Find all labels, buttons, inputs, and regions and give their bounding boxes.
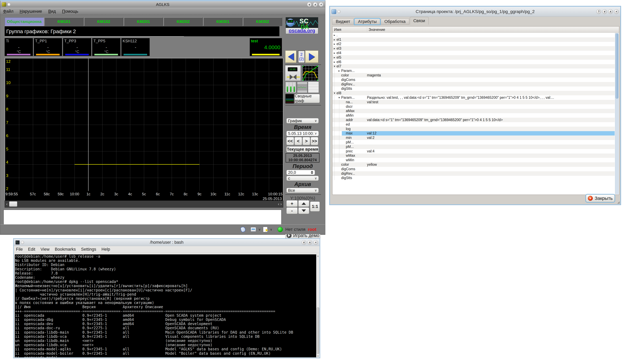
expander-icon[interactable]: ▸ [333, 42, 337, 46]
help-button[interactable]: ? [596, 9, 601, 14]
tree-row-na[interactable]: na...val:test [333, 100, 615, 104]
print-icon[interactable] [251, 227, 256, 232]
aglks-titlebar[interactable]: AGLKS ∨ ∧ × [0, 1, 325, 8]
param-card-T_PP5[interactable]: T_PP5-°C [92, 38, 120, 56]
tree-row-Param[interactable]: ▸Param... [333, 68, 615, 73]
tree-row-el7[interactable]: ▾el7 [333, 64, 615, 69]
terminal-menu-settings[interactable]: Settings [81, 247, 96, 252]
overview-trend-button[interactable] [297, 82, 307, 93]
terminal-menu-bookmarks[interactable]: Bookmarks [55, 247, 76, 252]
faceplate-view-button[interactable] [285, 82, 296, 93]
close-button[interactable]: × [319, 2, 323, 7]
summary-graph-thumbnail[interactable] [285, 94, 294, 104]
project-titlebar[interactable]: Страница проекта: /prj_AGLKS/pg_so/pg_1/… [330, 7, 620, 17]
tree-row-color[interactable]: colormagenta [333, 73, 615, 77]
tree-row-ed[interactable]: ed [333, 122, 615, 127]
tree-row-wMax[interactable]: wMax [333, 154, 615, 158]
tree-row-Param[interactable]: ▾Param...Раздельно: val:test, , , val:da… [333, 95, 615, 100]
alarm-quietance-icon[interactable] [240, 226, 246, 233]
param-card-T_PP1[interactable]: T_PP1-°C [34, 38, 62, 56]
maximize-button[interactable]: ∧ [308, 240, 312, 245]
tree-row-digStts[interactable]: digStts [333, 176, 615, 180]
tab-Общестанционна[interactable]: Общестанционна [5, 17, 44, 26]
menu-item-3[interactable]: Вид [48, 9, 56, 14]
export-icon[interactable] [263, 227, 267, 232]
tree-row-[interactable]: ▸. [333, 33, 615, 37]
scroll-left-icon[interactable]: ‹ [5, 202, 9, 206]
minimize-button[interactable]: ∨ [602, 9, 607, 14]
tree-row-digRev[interactable]: digRev... [333, 171, 615, 176]
time-nav-back[interactable]: < [294, 137, 302, 145]
minimize-button[interactable]: ∨ [307, 2, 312, 7]
terminal-scrollbar[interactable]: ∧ ∨ [316, 254, 320, 357]
message-panel[interactable] [3, 210, 282, 226]
period-spinbox[interactable]: 20,0 [286, 170, 315, 175]
expander-icon[interactable]: ▾ [333, 91, 337, 95]
archive-select[interactable]: Все ∨ [286, 188, 319, 193]
y-shift-down-button[interactable] [298, 207, 309, 214]
trend-chart[interactable]: 12111098765432 9:59:5557c58c59c10:001c2c… [5, 58, 283, 202]
resize-grip[interactable]: ◢ [617, 200, 620, 204]
tree-row-dscr[interactable]: dscr [333, 104, 615, 109]
one-to-one-button[interactable]: 1:1 [310, 202, 320, 211]
scrollbar-thumb[interactable] [616, 33, 618, 99]
tree-row-pM[interactable]: pM... [333, 140, 615, 144]
tree-row-el1[interactable]: ▸el1 [333, 37, 615, 42]
tab-KM201[interactable]: KM201 [124, 17, 163, 26]
tree-row-color[interactable]: coloryellow [333, 162, 615, 167]
prev-page-button[interactable] [285, 50, 296, 63]
tab-KM101[interactable]: KM101 [44, 17, 83, 26]
spin-arrows-icon[interactable] [311, 171, 313, 174]
expander-icon[interactable]: ▾ [333, 65, 337, 68]
y-zoom-out-button[interactable]: - [286, 207, 298, 214]
tree-row-wMin[interactable]: wMin [333, 158, 615, 162]
tree-row-el5[interactable]: ▸el5 [333, 55, 615, 60]
scrollbar-thumb[interactable] [317, 307, 319, 354]
tree-row-addr[interactable]: addrval:data:<d s="1" tm="1369465209" tm… [333, 118, 615, 122]
param-card-Ti[interactable]: Ti-°C [5, 38, 33, 56]
maximize-button[interactable]: ∧ [313, 2, 318, 7]
tree-row-aMax[interactable]: aMax [333, 109, 615, 113]
tree-row-min[interactable]: minval:2 [333, 136, 615, 140]
tree-row-aMin[interactable]: aMin [333, 113, 615, 118]
tab-KM102[interactable]: KM102 [84, 17, 123, 26]
scroll-arrows-icon[interactable]: ‹ › [277, 202, 283, 206]
terminal-menu-file[interactable]: File [16, 247, 23, 252]
summary-graph-button[interactable]: Сводные граф [295, 94, 320, 103]
tree-row-el3[interactable]: ▸el3 [333, 46, 615, 51]
close-dialog-button[interactable]: × Закрыть [586, 194, 615, 202]
current-time-button[interactable]: Текущее время [286, 146, 319, 152]
tree-row-digRev[interactable]: digRev... [333, 82, 615, 87]
tab-Обработка[interactable]: Обработка [381, 19, 409, 25]
menu-item-4[interactable]: Помощь [62, 9, 78, 14]
tab-Связи[interactable]: Связи [410, 17, 429, 25]
terminal-menu-edit[interactable]: Edit [28, 247, 35, 252]
time-select[interactable]: 5.05.13 10:00:15 ∨ [286, 131, 319, 136]
document-view-button[interactable] [308, 82, 319, 93]
param-card-test[interactable]: test4.0000 [250, 38, 282, 56]
terminal-menu-view[interactable]: View [41, 247, 50, 252]
tree-row-el8[interactable]: ▾el8 [333, 91, 615, 95]
tree-row-prec[interactable]: precval:4 [333, 149, 615, 154]
time-nav-fast-forward[interactable]: >> [311, 137, 318, 145]
expander-icon[interactable]: ▸ [337, 69, 341, 72]
terminal-titlebar[interactable]: /home/user : bash ∨ ∧ × [14, 239, 320, 246]
close-button[interactable]: × [614, 9, 619, 14]
terminal-console[interactable]: root@debian:/home/user# lsb_release -a N… [15, 254, 316, 357]
time-nav-forward[interactable]: > [303, 137, 310, 145]
scrollbar-thumb[interactable] [9, 201, 17, 207]
chart-horizontal-scrollbar[interactable]: ‹ ‹ › [5, 201, 283, 207]
mnemo-view-button[interactable]: 10.95 [285, 66, 301, 81]
trend-view-button-selected[interactable] [302, 66, 318, 81]
scroll-down-icon[interactable]: ∨ [316, 355, 320, 357]
tree-row-max[interactable]: maxval:12 [333, 131, 615, 136]
expander-icon[interactable]: ▾ [337, 96, 341, 99]
expander-icon[interactable]: ▸ [333, 38, 337, 41]
view-select[interactable]: График ∨ [286, 118, 319, 123]
plot-area[interactable]: 12111098765432 [5, 58, 283, 191]
tree-row-pM[interactable]: pM... [333, 144, 615, 149]
y-zoom-in-button[interactable]: + [286, 200, 298, 207]
tab-KM202[interactable]: KM202 [164, 17, 203, 26]
tree-vertical-scrollbar[interactable] [615, 33, 619, 194]
tab-KM302[interactable]: KM302 [243, 17, 282, 26]
